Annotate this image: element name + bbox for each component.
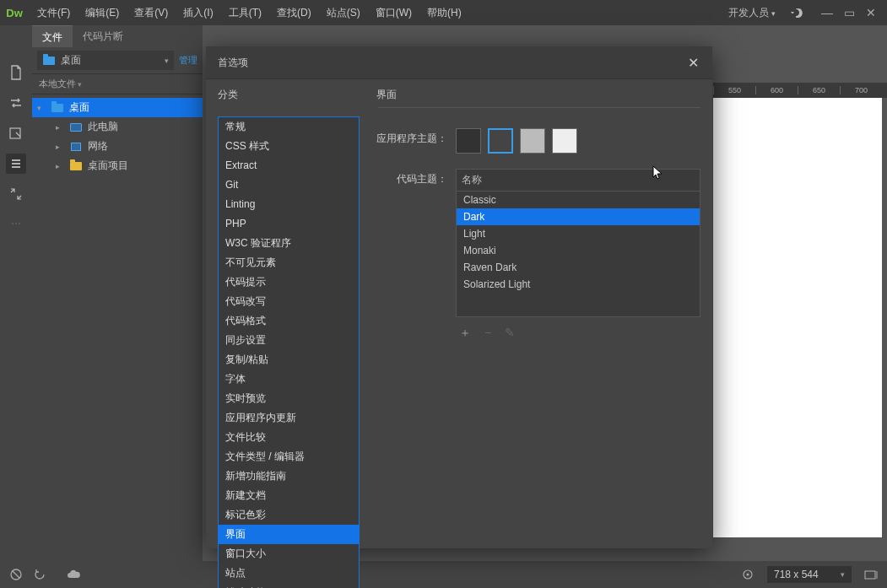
dialog-title-label: 首选项 bbox=[218, 56, 248, 70]
manage-sites-link[interactable]: 管理 bbox=[179, 54, 197, 67]
category-item[interactable]: 应用程序内更新 bbox=[219, 408, 359, 428]
inspect-icon[interactable] bbox=[6, 123, 26, 143]
panel-tab-snippets[interactable]: 代码片断 bbox=[73, 25, 133, 47]
settings-pane: 应用程序主题： 代码主题： 名称 ClassicDarkLightMonakiR… bbox=[370, 116, 700, 588]
theme-item[interactable]: Classic bbox=[457, 192, 700, 208]
anchor-icon[interactable] bbox=[738, 565, 757, 584]
folder-selector[interactable]: 桌面 ▾ bbox=[37, 51, 174, 70]
folder-label: 桌面 bbox=[61, 53, 81, 67]
theme-swatch-dark[interactable] bbox=[488, 128, 513, 154]
category-item[interactable]: 代码提示 bbox=[219, 272, 359, 292]
cloud-icon[interactable] bbox=[64, 565, 83, 584]
theme-swatch-darkest[interactable] bbox=[456, 128, 481, 154]
tree-item-pc[interactable]: ▸ 此电脑 bbox=[32, 117, 203, 137]
viewport-size-label: 718 x 544 bbox=[774, 569, 819, 580]
category-item[interactable]: 站点 bbox=[219, 564, 359, 583]
category-item[interactable]: 代码格式 bbox=[219, 311, 359, 331]
file-icon[interactable] bbox=[6, 62, 26, 83]
ruler-mark: 700 bbox=[840, 86, 882, 94]
document-canvas[interactable] bbox=[713, 98, 882, 537]
category-item[interactable]: 复制/粘贴 bbox=[219, 350, 359, 370]
theme-item[interactable]: Monaki bbox=[457, 242, 700, 259]
category-item[interactable]: 不可见元素 bbox=[219, 253, 359, 272]
category-item[interactable]: PHP bbox=[219, 214, 359, 234]
category-item[interactable]: 同步设置 bbox=[219, 331, 359, 350]
edit-theme-button[interactable]: ✎ bbox=[505, 326, 515, 341]
workspace-selector[interactable]: 开发人员 ▾ bbox=[723, 4, 781, 22]
dialog-close-button[interactable]: ✕ bbox=[685, 55, 700, 70]
menu-site[interactable]: 站点(S) bbox=[320, 3, 367, 24]
category-item[interactable]: 实时预览 bbox=[219, 389, 359, 408]
theme-item[interactable]: Solarized Light bbox=[457, 276, 700, 293]
close-window-button[interactable]: ✕ bbox=[860, 2, 882, 24]
swap-icon[interactable] bbox=[6, 93, 26, 113]
category-item[interactable]: CSS 样式 bbox=[219, 137, 359, 156]
horizontal-ruler: 550 600 650 700 bbox=[713, 83, 887, 98]
theme-item[interactable]: Light bbox=[457, 225, 700, 242]
divider bbox=[378, 107, 700, 108]
menu-window[interactable]: 窗口(W) bbox=[369, 3, 419, 24]
add-theme-button[interactable]: ＋ bbox=[459, 326, 471, 341]
category-item[interactable]: Extract bbox=[219, 156, 359, 175]
category-item[interactable]: 文件比较 bbox=[219, 428, 359, 447]
tree-root[interactable]: ▾ 桌面 bbox=[32, 98, 203, 117]
category-item[interactable]: 窗口大小 bbox=[219, 544, 359, 564]
panel-tab-files[interactable]: 文件 bbox=[32, 25, 73, 47]
category-item[interactable]: 字体 bbox=[219, 370, 359, 389]
category-item[interactable]: 界面 bbox=[219, 525, 359, 544]
expand-icon[interactable] bbox=[6, 184, 26, 204]
folder-icon bbox=[69, 160, 83, 172]
menu-view[interactable]: 查看(V) bbox=[127, 3, 175, 24]
overflow-icon[interactable] bbox=[862, 565, 880, 584]
menu-file[interactable]: 文件(F) bbox=[30, 3, 77, 24]
chevron-down-icon: ▾ bbox=[37, 104, 46, 112]
tree-label: 桌面 bbox=[69, 100, 89, 115]
menu-find[interactable]: 查找(D) bbox=[270, 3, 318, 24]
left-rail: ⋯ bbox=[0, 25, 32, 588]
list-icon[interactable] bbox=[6, 154, 26, 174]
category-item[interactable]: 常规 bbox=[219, 117, 359, 137]
category-item[interactable]: 代码改写 bbox=[219, 292, 359, 311]
category-item[interactable]: 辅助功能 bbox=[219, 583, 359, 588]
section-header: 界面 bbox=[366, 88, 700, 102]
category-item[interactable]: 新增功能指南 bbox=[219, 467, 359, 486]
category-list[interactable]: 常规CSS 样式ExtractGitLintingPHPW3C 验证程序不可见元… bbox=[218, 116, 360, 588]
chevron-down-icon: ▾ bbox=[841, 570, 845, 579]
category-item[interactable]: W3C 验证程序 bbox=[219, 234, 359, 253]
refresh-icon[interactable] bbox=[30, 565, 49, 584]
menu-insert[interactable]: 插入(I) bbox=[176, 3, 219, 24]
rail-separator: ⋯ bbox=[11, 218, 21, 229]
sync-settings-icon[interactable] bbox=[787, 4, 804, 21]
maximize-button[interactable]: ▭ bbox=[838, 2, 860, 24]
network-icon bbox=[69, 141, 83, 153]
category-item[interactable]: 文件类型 / 编辑器 bbox=[219, 447, 359, 467]
tree-label: 桌面项目 bbox=[88, 159, 128, 173]
theme-item[interactable]: Raven Dark bbox=[457, 259, 700, 276]
theme-swatch-lightest[interactable] bbox=[552, 128, 577, 154]
tree-item-network[interactable]: ▸ 网络 bbox=[32, 137, 203, 156]
menu-help[interactable]: 帮助(H) bbox=[420, 3, 468, 24]
remove-theme-button[interactable]: − bbox=[484, 326, 491, 341]
menu-tools[interactable]: 工具(T) bbox=[222, 3, 268, 24]
ruler-mark: 600 bbox=[755, 86, 798, 94]
minimize-button[interactable]: — bbox=[816, 2, 838, 24]
file-tree: ▾ 桌面 ▸ 此电脑 ▸ 网络 ▸ 桌面项目 bbox=[32, 94, 203, 179]
category-item[interactable]: Linting bbox=[219, 195, 359, 214]
ruler-mark: 550 bbox=[713, 86, 755, 94]
svg-rect-5 bbox=[865, 571, 875, 579]
theme-swatch-light[interactable] bbox=[520, 128, 545, 154]
menu-edit[interactable]: 编辑(E) bbox=[78, 3, 126, 24]
chevron-right-icon: ▸ bbox=[56, 162, 64, 170]
ruler-mark: 650 bbox=[798, 86, 840, 94]
category-item[interactable]: 标记色彩 bbox=[219, 505, 359, 525]
titlebar: Dw 文件(F) 编辑(E) 查看(V) 插入(I) 工具(T) 查找(D) 站… bbox=[0, 0, 887, 25]
category-item[interactable]: 新建文档 bbox=[219, 486, 359, 505]
pc-icon bbox=[69, 121, 83, 133]
error-report-icon[interactable] bbox=[7, 565, 25, 584]
viewport-size-selector[interactable]: 718 x 544 ▾ bbox=[767, 566, 852, 583]
category-item[interactable]: Git bbox=[219, 175, 359, 195]
code-theme-list[interactable]: ClassicDarkLightMonakiRaven DarkSolarize… bbox=[456, 191, 700, 317]
tree-item-desktop-project[interactable]: ▸ 桌面项目 bbox=[32, 156, 203, 175]
chevron-down-icon: ▾ bbox=[165, 57, 169, 65]
theme-item[interactable]: Dark bbox=[457, 208, 700, 225]
